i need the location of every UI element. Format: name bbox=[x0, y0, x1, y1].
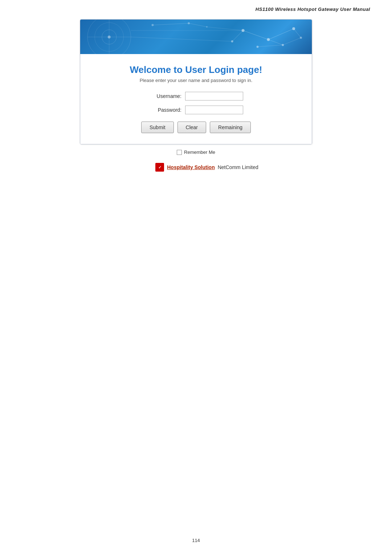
welcome-title: Welcome to User Login page! bbox=[95, 64, 297, 75]
clear-button[interactable]: Clear bbox=[177, 122, 206, 133]
remaining-button[interactable]: Remaining bbox=[210, 122, 251, 133]
welcome-end: page! bbox=[234, 64, 262, 75]
brand-company: NetComm Limited bbox=[218, 164, 258, 170]
card-body: Welcome to User Login page! Please enter… bbox=[80, 54, 312, 144]
username-label: Username: bbox=[149, 93, 181, 99]
header-title: HS1100 Wireless Hotspot Gateway User Man… bbox=[256, 7, 370, 12]
login-card: Welcome to User Login page! Please enter… bbox=[80, 19, 312, 144]
svg-line-17 bbox=[257, 45, 283, 47]
remember-me-checkbox[interactable] bbox=[177, 150, 182, 155]
svg-line-19 bbox=[283, 38, 301, 45]
remember-me-row: Remember Me bbox=[177, 149, 215, 155]
submit-button[interactable]: Submit bbox=[141, 122, 174, 133]
brand-link[interactable]: Hospitality Solution bbox=[167, 164, 215, 170]
welcome-highlight: User Login bbox=[185, 64, 234, 75]
svg-line-26 bbox=[189, 23, 207, 27]
username-row: Username: bbox=[95, 92, 297, 100]
footer-branding: ✓ Hospitality Solution NetComm Limited bbox=[155, 163, 258, 172]
main-content: Welcome to User Login page! Please enter… bbox=[0, 16, 392, 172]
svg-line-27 bbox=[207, 27, 243, 30]
buttons-row: Submit Clear Remaining bbox=[95, 122, 297, 133]
svg-line-18 bbox=[294, 29, 301, 38]
password-input[interactable] bbox=[185, 106, 243, 114]
svg-point-5 bbox=[108, 36, 111, 38]
password-label: Password: bbox=[149, 107, 181, 113]
svg-line-20 bbox=[131, 37, 232, 41]
svg-line-14 bbox=[268, 29, 294, 40]
manual-header: HS1100 Wireless Hotspot Gateway User Man… bbox=[0, 0, 392, 16]
username-input[interactable] bbox=[185, 92, 243, 100]
password-row: Password: bbox=[95, 106, 297, 114]
svg-line-16 bbox=[232, 30, 243, 41]
card-banner bbox=[80, 20, 312, 54]
svg-line-15 bbox=[268, 40, 283, 45]
svg-line-13 bbox=[243, 30, 269, 40]
brand-checkmark: ✓ bbox=[158, 165, 162, 170]
svg-line-25 bbox=[152, 23, 189, 25]
banner-decoration bbox=[80, 20, 312, 54]
page-number: 114 bbox=[192, 538, 200, 543]
brand-icon: ✓ bbox=[155, 163, 164, 172]
welcome-subtitle: Please enter your user name and password… bbox=[95, 78, 297, 83]
remember-me-label: Remember Me bbox=[184, 149, 215, 155]
welcome-plain: Welcome to bbox=[130, 64, 185, 75]
